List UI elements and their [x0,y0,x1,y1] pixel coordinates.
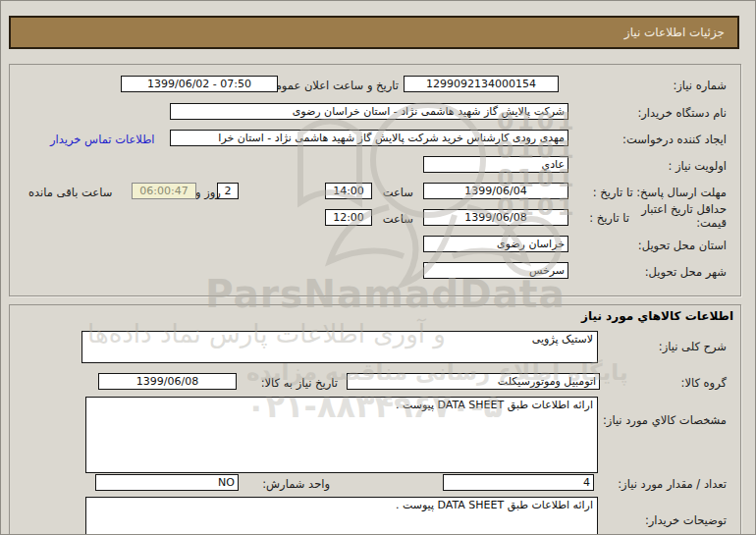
price-validity-label-line2: قیمت: [696,216,727,230]
countdown-timer: 06:00:47 [132,183,196,199]
need-description-label: شرح کلی نیاز: [659,340,727,353]
price-validity-until-label: تا تاریخ : [589,211,629,225]
goods-need-date-field[interactable]: 1399/06/08 [98,373,237,390]
delivery-province-field[interactable]: خراسان رضوی [423,236,568,252]
goods-category-field[interactable]: اتومبیل وموتورسیکلت [347,373,600,390]
announce-datetime-label: تاریخ و ساعت اعلان عمومی: [262,79,399,92]
buyer-org-field[interactable]: شرکت پالایش گاز شهید هاشمی نژاد - استان … [170,103,568,120]
delivery-province-label: استان محل تحویل: [638,239,727,252]
request-creator-label: ایجاد کننده درخواست: [622,133,727,146]
reply-deadline-date-field[interactable]: 1399/06/04 [423,183,568,199]
need-description-textarea[interactable]: لاستیک پژویی [81,331,598,363]
goods-specs-textarea[interactable]: ارائه اطلاعات طبق DATA SHEET پیوست . [85,397,598,473]
reply-deadline-label: مهلت ارسال پاسخ: تا تاریخ : [593,186,727,199]
buyer-contact-link[interactable]: اطلاعات تماس خریدار [50,133,155,146]
need-details-window: جزئیات اطلاعات نیاز شماره نیاز: 12990921… [0,0,756,535]
goods-specs-label: مشخصات کالاي مورد نیاز: [603,413,727,427]
hours-remaining-label: ساعت باقی مانده [28,186,112,199]
general-info-groupbox [9,64,741,296]
quantity-label: تعداد / مقدار مورد نیاز: [618,477,727,491]
price-validity-time-field[interactable]: 12:00 [325,209,372,226]
reply-deadline-time-field[interactable]: 14:00 [325,183,372,199]
unit-field[interactable]: NO [95,474,239,491]
delivery-city-field[interactable]: سرخس [423,262,568,279]
price-validity-time-label: ساعت [383,212,413,226]
page-title: جزئیات اطلاعات نیاز [624,26,725,39]
goods-need-date-label: تاریخ نیاز به کالا: [261,376,338,390]
window-title-bar: جزئیات اطلاعات نیاز [9,16,739,49]
price-validity-label-line1: حداقل تاریخ اعتبار [641,202,727,216]
priority-field[interactable]: عادي [423,156,568,173]
buyer-notes-label: توضیحات خریدار: [645,513,727,527]
quantity-field[interactable]: 4 [443,474,594,491]
buyer-org-label: نام دستگاه خریدار: [637,106,727,120]
delivery-city-label: شهر محل تحویل: [645,265,727,279]
need-number-label: شماره نیاز: [673,79,727,92]
goods-category-label: گروه کالا: [681,376,727,390]
days-and-label: روز و [195,186,221,199]
goods-section-title: اطلاعات کالاهاي مورد نیاز [581,309,733,323]
need-number-field[interactable]: 1299092134000154 [404,76,559,92]
price-validity-date-field[interactable]: 1399/06/08 [423,209,568,226]
unit-label: واحد شمارش: [262,477,330,491]
announce-datetime-field[interactable]: 1399/06/02 - 07:50 [121,76,278,92]
buyer-notes-textarea[interactable]: ارائه اطلاعات طبق DATA SHEET پیوست . [85,497,598,535]
priority-label: اولویت نیاز : [668,159,727,173]
request-creator-field[interactable]: مهدی رودی کارشناس خرید شرکت پالایش گاز ش… [170,130,568,146]
reply-deadline-time-label: ساعت [383,186,413,199]
